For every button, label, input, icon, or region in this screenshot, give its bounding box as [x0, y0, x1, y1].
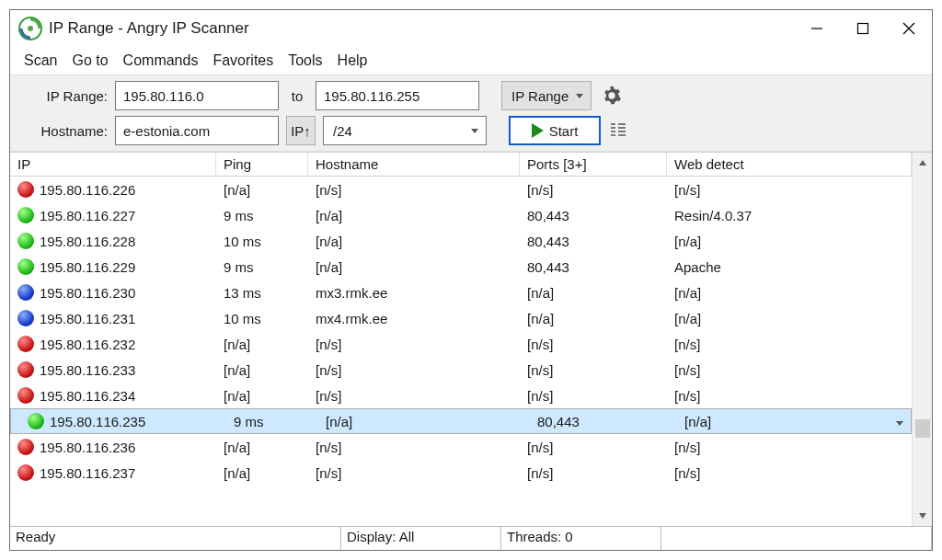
display-prefs-icon[interactable] — [608, 120, 628, 142]
to-label: to — [286, 88, 308, 104]
svg-rect-3 — [858, 24, 868, 34]
table-row[interactable]: 195.80.116.236[n/a][n/s][n/s][n/s] — [10, 434, 912, 460]
cell-ports: [n/s] — [520, 360, 667, 380]
cell-ip: 195.80.116.228 — [40, 234, 135, 249]
table-row[interactable]: 195.80.116.234[n/a][n/s][n/s][n/s] — [10, 383, 912, 408]
menu-scan[interactable]: Scan — [17, 51, 63, 71]
cell-ports: [n/s] — [520, 463, 667, 483]
table-row[interactable]: 195.80.116.233[n/a][n/s][n/s][n/s] — [10, 357, 912, 383]
cell-web: [n/a] — [667, 283, 912, 303]
cell-ip: 195.80.116.231 — [40, 311, 135, 326]
table-row[interactable]: 195.80.116.22810 ms[n/a]80,443[n/a] — [10, 228, 912, 254]
cell-ping: [n/a] — [216, 386, 308, 406]
cell-ping: 10 ms — [216, 232, 308, 251]
table-row[interactable]: 195.80.116.232[n/a][n/s][n/s][n/s] — [10, 331, 912, 357]
ip-start-input[interactable] — [115, 81, 279, 110]
statusbar: Ready Display: All Threads: 0 — [10, 526, 932, 550]
status-dot-icon — [17, 439, 34, 455]
scroll-down-icon[interactable] — [914, 508, 931, 524]
close-button[interactable] — [886, 10, 932, 47]
cell-hostname: [n/a] — [308, 206, 520, 225]
toolbar: IP Range: to IP Range Hostname: IP↑ /24 … — [10, 74, 932, 152]
status-dot-icon — [17, 181, 34, 198]
status-dot-icon — [28, 413, 44, 429]
cell-ping: 9 ms — [226, 412, 318, 431]
menu-help[interactable]: Help — [331, 51, 374, 71]
status-dot-icon — [17, 207, 34, 223]
scroll-up-icon[interactable] — [914, 154, 931, 171]
cell-ports: 80,443 — [520, 232, 667, 251]
cell-ip: 195.80.116.229 — [40, 259, 135, 275]
table-header: IP Ping Hostname Ports [3+] Web detect — [10, 153, 912, 177]
status-dot-icon — [17, 258, 34, 275]
iprange-label: IP Range: — [19, 88, 108, 104]
col-web[interactable]: Web detect — [667, 153, 912, 176]
status-dot-icon — [17, 361, 34, 378]
cell-ping: 10 ms — [216, 309, 308, 328]
status-display: Display: All — [341, 527, 501, 550]
cell-ip: 195.80.116.234 — [40, 388, 135, 404]
play-icon — [532, 123, 544, 138]
scrollbar-thumb[interactable] — [915, 419, 930, 438]
cell-web: [n/s] — [667, 335, 912, 354]
status-dot-icon — [17, 284, 34, 301]
cell-ports: 80,443 — [530, 412, 677, 431]
status-dot-icon — [17, 336, 34, 352]
cell-ip: 195.80.116.232 — [40, 337, 135, 352]
cell-web: [n/s] — [667, 360, 912, 380]
cell-ports: [n/a] — [520, 309, 667, 328]
cell-ports: [n/s] — [520, 438, 667, 457]
cell-ports: [n/s] — [520, 335, 667, 354]
col-ip[interactable]: IP — [10, 153, 216, 176]
menu-go-to[interactable]: Go to — [65, 51, 114, 71]
cell-web: Resin/4.0.37 — [667, 206, 912, 225]
table-row[interactable]: 195.80.116.2279 ms[n/a]80,443Resin/4.0.3… — [10, 202, 912, 228]
start-button[interactable]: Start — [509, 116, 601, 145]
status-dot-icon — [17, 464, 34, 481]
col-ports[interactable]: Ports [3+] — [520, 153, 667, 176]
minimize-button[interactable] — [794, 10, 840, 47]
feeder-select[interactable]: IP Range — [501, 81, 592, 110]
cell-hostname: [n/s] — [308, 335, 520, 354]
cell-web: Apache — [667, 257, 912, 277]
table-row[interactable]: 195.80.116.2359 ms[n/a]80,443[n/a] — [10, 408, 912, 434]
cell-ping: [n/a] — [216, 180, 308, 200]
cell-web: [n/a] — [667, 309, 912, 328]
titlebar: IP Range - Angry IP Scanner — [10, 10, 932, 47]
netmask-select[interactable]: /24 — [323, 116, 487, 145]
ip-up-button[interactable]: IP↑ — [286, 116, 316, 145]
cell-web: [n/s] — [667, 386, 912, 406]
menu-tools[interactable]: Tools — [281, 51, 328, 71]
cell-ping: [n/a] — [216, 360, 308, 380]
table-row[interactable]: 195.80.116.2299 ms[n/a]80,443Apache — [10, 254, 912, 280]
table-row[interactable]: 195.80.116.237[n/a][n/s][n/s][n/s] — [10, 460, 912, 486]
cell-ping: [n/a] — [216, 335, 308, 354]
gear-icon[interactable] — [599, 83, 625, 109]
table-row[interactable]: 195.80.116.226[n/a][n/s][n/s][n/s] — [10, 177, 912, 202]
maximize-button[interactable] — [840, 10, 886, 47]
cell-ports: [n/a] — [520, 283, 667, 303]
ip-end-input[interactable] — [316, 81, 479, 110]
menu-commands[interactable]: Commands — [117, 51, 205, 71]
cell-web: [n/s] — [667, 180, 912, 200]
hostname-input[interactable] — [115, 116, 279, 145]
vertical-scrollbar[interactable] — [912, 153, 932, 526]
window-title: IP Range - Angry IP Scanner — [49, 19, 794, 38]
table-row[interactable]: 195.80.116.23013 msmx3.rmk.ee[n/a][n/a] — [10, 280, 912, 305]
hostname-label: Hostname: — [19, 123, 108, 139]
app-icon — [17, 16, 43, 41]
status-threads: Threads: 0 — [501, 527, 661, 550]
status-dot-icon — [17, 387, 34, 404]
menu-favorites[interactable]: Favorites — [206, 51, 280, 71]
status-dot-icon — [17, 310, 34, 326]
cell-hostname: [n/s] — [308, 180, 520, 200]
cell-ping: [n/a] — [216, 438, 308, 457]
cell-hostname: [n/a] — [308, 257, 520, 277]
status-dot-icon — [17, 233, 34, 249]
cell-hostname: [n/s] — [308, 438, 520, 457]
col-hostname[interactable]: Hostname — [308, 153, 520, 176]
cell-ip: 195.80.116.227 — [40, 208, 135, 223]
svg-point-1 — [28, 26, 33, 31]
col-ping[interactable]: Ping — [216, 153, 308, 176]
table-row[interactable]: 195.80.116.23110 msmx4.rmk.ee[n/a][n/a] — [10, 305, 912, 331]
